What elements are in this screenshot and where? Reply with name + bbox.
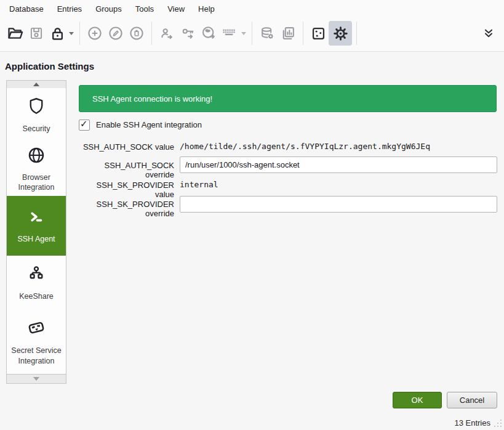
ssh-agent-status-banner: SSH Agent connection is working!	[79, 85, 497, 112]
entries-count: 13 Entries	[454, 418, 490, 428]
lock-database-button[interactable]	[47, 21, 68, 46]
lock-dropdown-button[interactable]	[68, 21, 75, 46]
gear-icon	[332, 25, 349, 42]
delete-entry-button[interactable]	[126, 21, 147, 46]
sidebar-scroll-down-button[interactable]	[6, 374, 66, 384]
add-entry-button[interactable]	[84, 21, 105, 46]
menu-database[interactable]: Database	[2, 2, 50, 16]
menu-groups[interactable]: Groups	[89, 2, 129, 16]
keyboard-icon	[220, 24, 239, 43]
sidebar-item-label: Browser Integration	[8, 172, 65, 193]
toolbar-separator	[79, 22, 80, 45]
sidebar-item-label: KeeShare	[19, 291, 54, 301]
user-arrow-icon	[159, 25, 175, 42]
sk-provider-value: internal	[180, 180, 218, 189]
reports-button[interactable]	[278, 21, 298, 46]
copy-url-button[interactable]	[198, 21, 219, 46]
expand-toolbar-button[interactable]	[478, 21, 499, 46]
database-gear-icon	[258, 25, 276, 42]
dice-icon	[310, 25, 327, 42]
banner-text: SSH Agent connection is working!	[92, 94, 212, 103]
top-bar: Database Entries Groups Tools View Help	[0, 0, 504, 52]
key-arrow-icon	[180, 25, 196, 42]
toolbar-separator	[151, 22, 152, 45]
sidebar-item-ssh-agent[interactable]: SSH Agent	[7, 196, 66, 256]
sk-provider-value-label: SSH_SK_PROVIDER value	[79, 181, 174, 199]
menu-entries[interactable]: Entries	[50, 2, 89, 16]
triangle-down-icon	[33, 377, 39, 381]
database-settings-button[interactable]	[257, 21, 278, 46]
shield-icon	[27, 97, 46, 118]
sidebar-item-secret-service-integration[interactable]: Secret Service Integration	[7, 310, 66, 374]
settings-category-list: Security Browser Integration SSH Agent	[6, 88, 66, 374]
checkmark-icon: ✓	[80, 118, 88, 129]
toolbar-separator	[356, 22, 357, 45]
keepassxc-window: Database Entries Groups Tools View Help	[0, 0, 504, 430]
autotype-button[interactable]	[219, 21, 240, 46]
terminal-icon	[27, 208, 46, 229]
menu-view[interactable]: View	[161, 2, 191, 16]
trash-circle-icon	[128, 25, 145, 42]
auth-sock-override-input[interactable]	[180, 156, 497, 173]
auth-sock-override-label: SSH_AUTH_SOCK override	[79, 161, 174, 179]
settings-button[interactable]	[329, 21, 352, 46]
auth-sock-value: /home/tilde/.ssh/agent/s.fVYPYIqLzr.agen…	[180, 142, 430, 151]
chevron-down-icon	[241, 32, 246, 35]
lock-icon	[49, 25, 66, 42]
menu-bar: Database Entries Groups Tools View Help	[0, 0, 504, 17]
ok-button[interactable]: OK	[393, 392, 442, 408]
share-network-icon	[27, 264, 46, 285]
cancel-button[interactable]: Cancel	[447, 392, 497, 408]
resize-grip[interactable]	[500, 420, 502, 421]
secret-service-icon	[26, 318, 46, 340]
chevron-down-icon	[69, 32, 74, 35]
sidebar-scroll-up-button[interactable]	[6, 80, 66, 89]
sidebar-item-security[interactable]: Security	[7, 88, 66, 142]
sidebar-item-browser-integration[interactable]: Browser Integration	[7, 142, 66, 196]
sidebar-item-label: Security	[22, 124, 50, 134]
save-icon	[28, 25, 44, 41]
sk-provider-override-label: SSH_SK_PROVIDER override	[79, 200, 174, 218]
toolbar-separator	[303, 22, 303, 45]
auth-sock-value-label: SSH_AUTH_SOCK value	[79, 142, 174, 152]
plus-circle-icon	[86, 25, 103, 42]
enable-ssh-agent-checkbox[interactable]: ✓	[79, 120, 90, 131]
open-database-button[interactable]	[5, 21, 26, 46]
enable-ssh-agent-row: ✓ Enable SSH Agent integration	[79, 120, 202, 130]
double-chevron-down-icon	[482, 26, 495, 40]
edit-entry-button[interactable]	[105, 21, 126, 46]
open-folder-icon	[7, 25, 24, 42]
menu-help[interactable]: Help	[191, 2, 222, 16]
triangle-up-icon	[33, 83, 39, 86]
reports-chart-icon	[279, 25, 297, 42]
save-database-button[interactable]	[26, 21, 47, 46]
menu-tools[interactable]: Tools	[129, 2, 161, 16]
copy-password-button[interactable]	[177, 21, 198, 46]
toolbar-separator	[252, 22, 252, 45]
sidebar-item-label: SSH Agent	[17, 234, 55, 244]
pencil-circle-icon	[107, 25, 124, 42]
sidebar-item-keeshare[interactable]: KeeShare	[7, 256, 66, 310]
page-title: Application Settings	[5, 61, 94, 71]
globe-arrow-icon	[200, 25, 217, 42]
sidebar-item-label: Secret Service Integration	[8, 346, 65, 366]
enable-ssh-agent-label: Enable SSH Agent integration	[96, 120, 202, 129]
autotype-dropdown-button[interactable]	[240, 21, 247, 46]
toolbar	[0, 17, 504, 49]
sk-provider-override-input[interactable]	[180, 196, 497, 213]
password-generator-button[interactable]	[308, 21, 329, 46]
copy-username-button[interactable]	[156, 21, 177, 46]
globe-icon	[27, 146, 46, 167]
